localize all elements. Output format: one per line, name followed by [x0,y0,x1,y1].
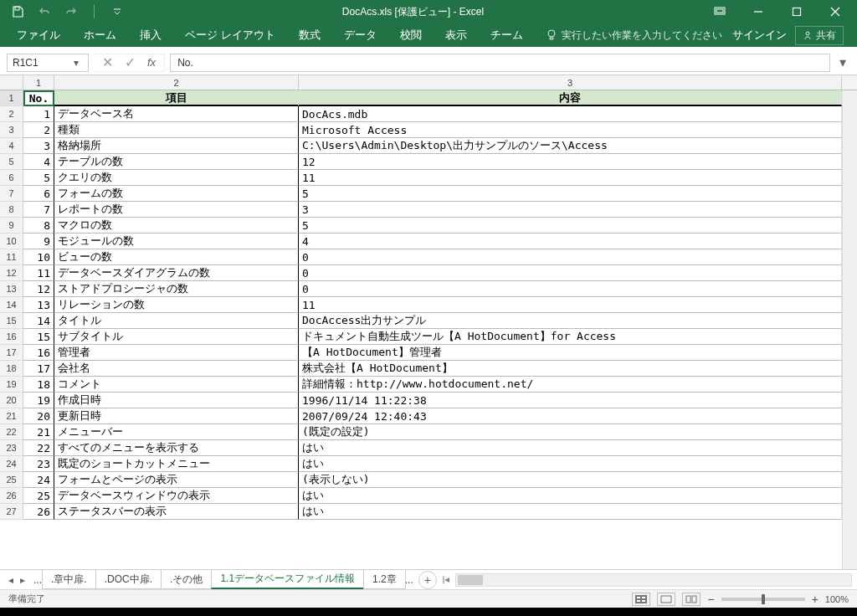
tab-review[interactable]: 校閲 [388,23,434,47]
cell[interactable]: 19 [23,393,54,408]
cell[interactable]: コメント [54,377,299,393]
cell[interactable]: 13 [23,297,54,313]
cell[interactable]: タイトル [54,313,299,329]
sheet-tab[interactable]: .その他 [161,570,212,589]
share-button[interactable]: 共有 [795,26,844,45]
cell[interactable]: はい [299,488,842,504]
cell[interactable]: はい [299,440,842,456]
cell[interactable]: DocAccess出力サンプル [299,313,842,329]
cell[interactable]: (表示しない) [299,472,842,488]
row-header[interactable]: 22 [0,424,23,440]
tab-formulas[interactable]: 数式 [287,23,332,47]
vertical-scrollbar[interactable] [842,90,857,569]
cell[interactable]: ビューの数 [54,249,299,265]
cell[interactable]: はい [299,504,842,520]
cell[interactable]: 4 [23,154,54,170]
cell[interactable]: データベースウィンドウの表示 [54,488,299,504]
cell[interactable]: 5 [299,186,842,202]
cell[interactable]: クエリの数 [54,170,299,186]
cell[interactable]: ステータスバーの表示 [54,504,299,520]
page-layout-view-button[interactable] [657,593,675,606]
page-break-view-button[interactable] [682,593,700,606]
cell[interactable]: リレーションの数 [54,297,299,313]
cell[interactable]: 4 [299,234,842,249]
save-icon[interactable] [10,4,25,19]
cell[interactable]: 2007/09/24 12:40:43 [299,408,842,424]
row-header[interactable]: 19 [0,377,23,393]
cell[interactable]: モジュールの数 [54,234,299,249]
column-header[interactable]: 3 [299,75,842,90]
undo-icon[interactable] [37,4,52,19]
cell[interactable]: 18 [23,377,54,393]
row-header[interactable]: 7 [0,186,23,202]
row-header[interactable]: 18 [0,361,23,377]
cell[interactable]: 10 [23,249,54,265]
cell[interactable]: 種類 [54,122,299,138]
cell[interactable]: 8 [23,218,54,234]
enter-icon[interactable]: ✓ [125,54,136,70]
row-header[interactable]: 26 [0,488,23,504]
row-header[interactable]: 16 [0,329,23,345]
row-header[interactable]: 27 [0,504,23,520]
cell[interactable]: 項目 [54,90,299,106]
signin-link[interactable]: サインイン [732,28,787,43]
cell[interactable]: 3 [299,202,842,218]
zoom-out-button[interactable]: − [707,593,714,606]
row-header[interactable]: 10 [0,234,23,249]
cell[interactable]: 1 [23,106,54,122]
cell[interactable]: Microsoft Access [299,122,842,138]
cell[interactable]: 25 [23,488,54,504]
cell[interactable]: 作成日時 [54,393,299,408]
normal-view-button[interactable] [632,593,650,606]
row-header[interactable]: 24 [0,456,23,472]
zoom-slider[interactable] [721,598,805,601]
sheet-tab[interactable]: .DOC中扉. [95,570,162,589]
row-header[interactable]: 14 [0,297,23,313]
cell[interactable]: 12 [299,154,842,170]
cell[interactable]: 6 [23,186,54,202]
cell[interactable]: ドキュメント自動生成ツール【A HotDocument】for Access [299,329,842,345]
row-header[interactable]: 5 [0,154,23,170]
row-header[interactable]: 8 [0,202,23,218]
cell[interactable]: フォームとページの表示 [54,472,299,488]
tab-insert[interactable]: 挿入 [128,23,173,47]
cell[interactable]: 12 [23,281,54,297]
cell[interactable]: 22 [23,440,54,456]
cell[interactable]: 【A HotDocument】管理者 [299,345,842,361]
cell[interactable]: 15 [23,329,54,345]
row-header[interactable]: 11 [0,249,23,265]
row-header[interactable]: 12 [0,265,23,281]
cell[interactable]: 0 [299,265,842,281]
qat-dropdown-icon[interactable] [110,4,125,19]
cell[interactable]: レポートの数 [54,202,299,218]
tab-nav-prev-icon[interactable]: ◂ [8,574,13,586]
select-all-corner[interactable] [0,75,23,90]
cell[interactable]: 20 [23,408,54,424]
cell[interactable]: 14 [23,313,54,329]
sheet-tab[interactable]: 1.2章 [363,570,406,589]
zoom-thumb[interactable] [762,594,765,604]
cell[interactable]: 7 [23,202,54,218]
cell[interactable]: 2 [23,122,54,138]
cell[interactable]: 9 [23,234,54,249]
cell[interactable]: 更新日時 [54,408,299,424]
fx-icon[interactable]: fx [147,56,156,69]
cell[interactable]: 24 [23,472,54,488]
tab-file[interactable]: ファイル [5,23,72,47]
sheet-tab[interactable]: 1.1データベースファイル情報 [211,570,364,589]
cell[interactable]: マクロの数 [54,218,299,234]
cell[interactable]: 21 [23,424,54,440]
horizontal-scrollbar[interactable]: ◂▸ [455,573,852,587]
row-header[interactable]: 3 [0,122,23,138]
sheet-tab[interactable]: .章中扉. [42,570,96,589]
cell[interactable]: 26 [23,504,54,520]
cell[interactable]: 11 [299,297,842,313]
ribbon-display-icon[interactable] [701,0,738,23]
cell[interactable]: 17 [23,361,54,377]
cell[interactable]: 5 [23,170,54,186]
close-button[interactable] [817,0,854,23]
cell[interactable]: 0 [299,249,842,265]
zoom-in-button[interactable]: + [812,593,819,606]
row-header[interactable]: 9 [0,218,23,234]
cell[interactable]: サブタイトル [54,329,299,345]
